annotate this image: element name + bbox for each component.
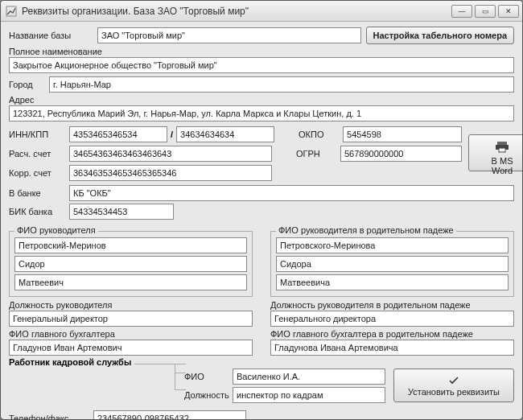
post-gen-label: Должность руководителя в родительном пад… <box>270 300 514 310</box>
bik-input[interactable] <box>69 204 174 220</box>
svg-rect-3 <box>499 148 505 152</box>
okpo-label: ОКПО <box>299 130 343 139</box>
row-inn: ИНН/КПП / ОКПО <box>9 126 462 142</box>
printer-icon <box>495 142 509 154</box>
hr-fio-label: ФИО <box>184 372 233 381</box>
kpp-input[interactable] <box>176 126 274 142</box>
city-label: Город <box>9 80 49 89</box>
inn-input[interactable] <box>69 126 167 142</box>
row-bank: В банке <box>9 185 514 201</box>
window-title: Реквизиты организации. База ЗАО "Торговы… <box>22 6 447 17</box>
row-full-name: Полное наименование <box>9 47 514 73</box>
phone-label: Телефон/факс <box>9 414 93 420</box>
row-base-name: Название базы Настройка табельного номер… <box>9 27 514 44</box>
full-name-input[interactable] <box>9 57 514 73</box>
post-block: Должность руководителя Должность руковод… <box>9 300 514 327</box>
ids-block: ИНН/КПП / ОКПО Расч. счет ОГРН Корр. сче… <box>9 126 514 183</box>
rs-input[interactable] <box>69 146 272 162</box>
rs-label: Расч. счет <box>9 149 69 159</box>
hr-fio-input[interactable] <box>233 369 385 385</box>
bank-input[interactable] <box>69 185 514 201</box>
head-patr-input[interactable] <box>14 274 247 290</box>
post-label: Должность руководителя <box>9 300 253 310</box>
app-icon <box>6 6 17 17</box>
window: Реквизиты организации. База ЗАО "Торговы… <box>0 0 523 420</box>
acc-label: ФИО главного бухгалтера <box>9 329 253 339</box>
head-surname-input[interactable] <box>14 237 247 253</box>
row-city: Город <box>9 76 514 93</box>
head-name-gen-input[interactable] <box>276 256 509 272</box>
row-bik: БИК банка <box>9 204 514 220</box>
address-input[interactable] <box>9 105 514 121</box>
row-rs: Расч. счет ОГРН <box>9 146 462 162</box>
acc-gen-input[interactable] <box>270 340 514 356</box>
post-input[interactable] <box>9 311 253 327</box>
window-buttons: — ▭ ✕ <box>451 5 519 18</box>
head-fio-fieldset: ФИО руководителя <box>9 231 253 297</box>
msword-button-label: В MS Word <box>480 156 523 175</box>
acc-input[interactable] <box>9 340 253 356</box>
hr-fio-row: ФИО <box>184 369 385 385</box>
address-label: Адрес <box>9 95 514 105</box>
post-gen-input[interactable] <box>270 311 514 327</box>
hr-post-label: Должность <box>184 390 233 400</box>
msword-button[interactable]: В MS Word <box>468 134 523 171</box>
close-button[interactable]: ✕ <box>498 5 519 18</box>
minimize-button[interactable]: — <box>451 5 472 18</box>
head-fio-gen-legend: ФИО руководителя в родительном падеже <box>276 225 456 235</box>
ks-label: Корр. счет <box>9 168 69 178</box>
okpo-input[interactable] <box>343 126 462 142</box>
ogrn-label: ОГРН <box>296 149 340 159</box>
hr-post-input[interactable] <box>233 387 385 403</box>
inn-label: ИНН/КПП <box>9 130 69 139</box>
hr-section-legend: Работник кадровой службы <box>9 357 134 367</box>
ogrn-input[interactable] <box>340 146 462 162</box>
row-address: Адрес <box>9 95 514 121</box>
check-icon <box>448 376 459 387</box>
head-fio-gen-fieldset: ФИО руководителя в родительном падеже <box>270 231 514 297</box>
row-phone: Телефон/факс <box>9 410 514 420</box>
titlebar: Реквизиты организации. База ЗАО "Торговы… <box>1 1 522 22</box>
set-req-button-label: Установить реквизиты <box>408 387 500 397</box>
client-area: Название базы Настройка табельного номер… <box>1 22 522 420</box>
base-name-label: Название базы <box>9 31 97 40</box>
acc-gen-label: ФИО главного бухгалтера в родительном па… <box>270 329 514 339</box>
head-surname-gen-input[interactable] <box>276 237 509 253</box>
svg-rect-1 <box>497 142 507 145</box>
head-fieldsets: ФИО руководителя ФИО руководителя в роди… <box>9 224 514 297</box>
set-req-button[interactable]: Установить реквизиты <box>393 369 514 402</box>
phone-input[interactable] <box>93 410 246 420</box>
base-name-input[interactable] <box>97 27 361 43</box>
ks-input[interactable] <box>69 165 272 181</box>
full-name-label: Полное наименование <box>9 47 514 56</box>
inn-separator: / <box>171 130 173 139</box>
city-input[interactable] <box>49 76 514 93</box>
bik-label: БИК банка <box>9 207 69 216</box>
row-ks: Корр. счет <box>9 165 462 181</box>
bank-label: В банке <box>9 188 69 198</box>
tab-number-button[interactable]: Настройка табельного номера <box>366 27 515 44</box>
maximize-button[interactable]: ▭ <box>475 5 496 18</box>
hr-section: Работник кадровой службы ФИО Должность <box>9 364 514 406</box>
head-name-input[interactable] <box>14 256 247 272</box>
hr-post-row: Должность <box>184 387 385 403</box>
head-fio-legend: ФИО руководителя <box>14 225 98 235</box>
head-patr-gen-input[interactable] <box>276 274 509 290</box>
acc-block: ФИО главного бухгалтера ФИО главного бух… <box>9 329 514 356</box>
